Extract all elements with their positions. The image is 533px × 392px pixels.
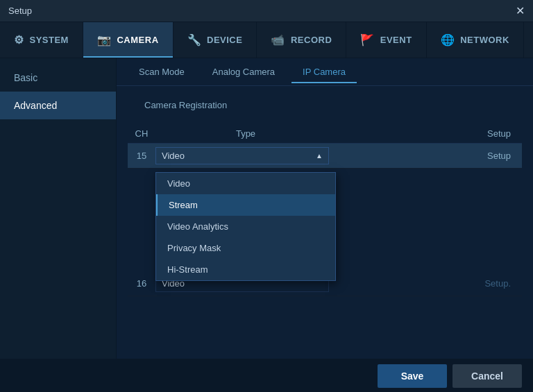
tab-label-ip-camera: IP Camera xyxy=(303,67,346,77)
nav-label-event: EVENT xyxy=(380,35,412,45)
chevron-up-icon: ▲ xyxy=(316,152,323,160)
nav-item-camera[interactable]: 📷 CAMERA xyxy=(83,22,174,58)
col-header-ch: CH xyxy=(128,128,155,139)
dropdown-item-video[interactable]: Video xyxy=(156,173,335,194)
tab-camera-registration[interactable]: Camera Registration xyxy=(133,94,238,116)
camera-reg-section: Camera Registration xyxy=(117,86,533,119)
type-dropdown-15[interactable]: Video ▲ xyxy=(155,147,329,164)
sub-tabs: Scan Mode Analog Camera IP Camera xyxy=(117,58,533,86)
close-button[interactable]: ✕ xyxy=(516,6,525,17)
sidebar-label-basic: Basic xyxy=(14,72,37,83)
footer: Save Cancel xyxy=(0,359,533,392)
nav-label-system: SYSTEM xyxy=(30,35,69,45)
nav-item-network[interactable]: 🌐 NETWORK xyxy=(427,22,524,58)
dropdown-item-video-analytics[interactable]: Video Analytics xyxy=(156,216,335,237)
nav-label-record: RECORD xyxy=(291,35,332,45)
tab-scan-mode[interactable]: Scan Mode xyxy=(128,61,196,83)
cell-setup-16[interactable]: Setup. xyxy=(336,278,522,289)
nav-label-device: DEVICE xyxy=(207,35,242,45)
nav-item-event[interactable]: 🚩 EVENT xyxy=(346,22,426,58)
col-header-type: Type xyxy=(155,128,336,139)
dropdown-item-stream[interactable]: Stream xyxy=(156,194,335,216)
table-area: CH Type Setup 15 Video ▲ Video Stream Vi… xyxy=(117,119,533,359)
camera-reg-label: Camera Registration xyxy=(144,100,227,110)
table-row: 15 Video ▲ Video Stream Video Analytics … xyxy=(128,144,522,169)
network-icon: 🌐 xyxy=(441,33,455,46)
tab-analog-camera[interactable]: Analog Camera xyxy=(201,61,286,83)
cancel-button[interactable]: Cancel xyxy=(452,364,522,388)
event-icon: 🚩 xyxy=(360,33,375,46)
save-button[interactable]: Save xyxy=(378,364,447,388)
tab-label-scan-mode: Scan Mode xyxy=(139,67,185,77)
content-area: Basic Advanced Scan Mode Analog Camera I… xyxy=(0,58,533,359)
sidebar-item-advanced[interactable]: Advanced xyxy=(0,92,116,119)
top-nav: ⚙ SYSTEM 📷 CAMERA 🔧 DEVICE 📹 RECORD 🚩 EV… xyxy=(0,22,533,58)
record-icon: 📹 xyxy=(271,33,285,46)
selected-type-label: Video xyxy=(162,151,185,161)
tab-ip-camera[interactable]: IP Camera xyxy=(291,61,357,83)
title-bar: Setup ✕ xyxy=(0,0,533,22)
nav-item-system[interactable]: ⚙ SYSTEM xyxy=(0,22,83,58)
cell-setup-15[interactable]: Setup xyxy=(336,151,522,161)
tab-label-analog-camera: Analog Camera xyxy=(212,67,275,77)
system-icon: ⚙ xyxy=(14,33,24,46)
window-title: Setup xyxy=(8,6,32,16)
nav-label-camera: CAMERA xyxy=(117,35,158,45)
nav-label-network: NETWORK xyxy=(460,35,509,45)
nav-item-device[interactable]: 🔧 DEVICE xyxy=(174,22,257,58)
table-header: CH Type Setup xyxy=(128,124,522,144)
cell-ch-15: 15 xyxy=(128,151,155,161)
main-panel: Scan Mode Analog Camera IP Camera Camera… xyxy=(117,58,533,359)
camera-icon: 📷 xyxy=(97,33,112,46)
dropdown-item-hi-stream[interactable]: Hi-Stream xyxy=(156,259,335,280)
dropdown-item-privacy-mask[interactable]: Privacy Mask xyxy=(156,237,335,259)
cell-type-15: Video ▲ Video Stream Video Analytics Pri… xyxy=(155,147,336,164)
nav-item-record[interactable]: 📹 RECORD xyxy=(257,22,346,58)
type-dropdown-menu: Video Stream Video Analytics Privacy Mas… xyxy=(155,172,336,281)
sidebar-label-advanced: Advanced xyxy=(14,100,57,111)
device-icon: 🔧 xyxy=(187,33,202,46)
sidebar-item-basic[interactable]: Basic xyxy=(0,64,116,92)
col-header-setup: Setup xyxy=(336,128,522,139)
sidebar: Basic Advanced xyxy=(0,58,117,359)
cell-ch-16: 16 xyxy=(128,278,155,289)
